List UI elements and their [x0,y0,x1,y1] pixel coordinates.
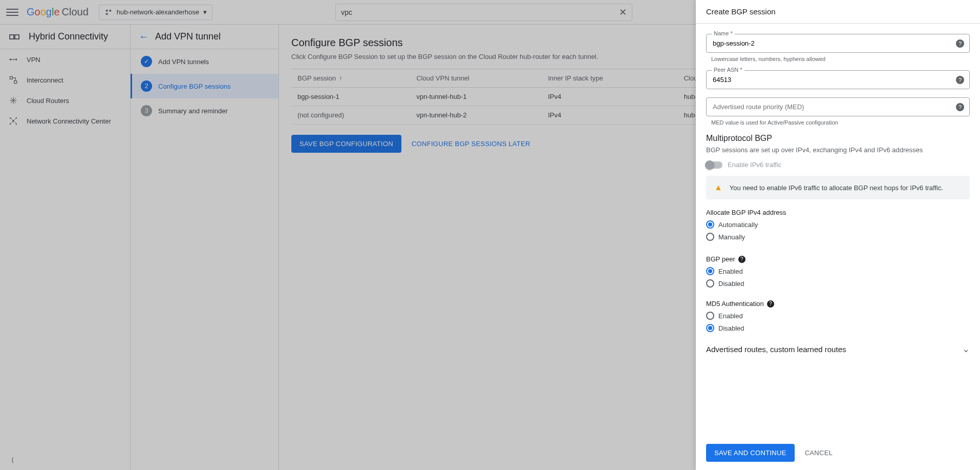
radio-icon [706,312,714,320]
alloc-manual-radio[interactable]: Manually [706,233,970,241]
warning-icon: ▲ [714,183,722,192]
help-icon[interactable]: ? [956,103,964,111]
name-label: Name * [712,30,735,36]
asn-input[interactable] [707,71,947,89]
med-input[interactable] [707,98,947,116]
peer-disabled-radio[interactable]: Disabled [706,279,970,288]
peer-asn-field[interactable]: Peer ASN * ? [706,70,970,89]
expander-label: Advertised routes, custom learned routes [706,345,846,354]
md5-enabled-radio[interactable]: Enabled [706,312,970,320]
alloc-auto-radio[interactable]: Automatically [706,220,970,229]
cancel-button[interactable]: CANCEL [803,444,835,462]
radio-icon [706,220,714,229]
save-and-continue-button[interactable]: SAVE AND CONTINUE [706,444,795,462]
name-field[interactable]: Name * ? [706,34,970,53]
radio-icon [706,279,714,288]
help-icon[interactable]: ? [956,39,964,48]
peer-enabled-radio[interactable]: Enabled [706,267,970,275]
toggle-track [706,161,722,169]
name-input[interactable] [707,34,947,52]
advertised-routes-expander[interactable]: Advertised routes, custom learned routes… [706,336,970,362]
ipv6-toggle-label: Enable IPv6 traffic [728,161,781,169]
toggle-thumb [705,160,714,170]
md5-label: MD5 Authentication? [706,300,970,308]
panel-footer: SAVE AND CONTINUE CANCEL [696,436,980,470]
help-icon[interactable]: ? [738,256,745,263]
mpbgp-title: Multiprotocol BGP [706,134,970,143]
ipv6-toggle[interactable]: Enable IPv6 traffic [706,161,970,169]
help-icon[interactable]: ? [956,76,964,84]
help-icon[interactable]: ? [767,300,774,308]
med-field[interactable]: ? [706,97,970,116]
med-helper: MED value is used for Active/Passive con… [711,119,970,126]
radio-icon [706,233,714,241]
name-helper: Lowercase letters, numbers, hyphens allo… [711,56,970,62]
chevron-down-icon: ⌄ [962,343,970,355]
asn-label: Peer ASN * [712,67,744,73]
create-bgp-session-panel: Create BGP session Name * ? Lowercase le… [696,0,980,470]
ipv6-info-text: You need to enable IPv6 traffic to alloc… [730,184,943,192]
ipv6-info-box: ▲ You need to enable IPv6 traffic to all… [706,176,970,199]
mpbgp-sub: BGP sessions are set up over IPv4, excha… [706,146,970,154]
radio-icon [706,324,714,332]
bgp-peer-label: BGP peer? [706,255,970,263]
md5-disabled-radio[interactable]: Disabled [706,324,970,332]
alloc-label: Allocate BGP IPv4 address [706,209,970,216]
radio-icon [706,267,714,275]
panel-title: Create BGP session [696,0,980,24]
